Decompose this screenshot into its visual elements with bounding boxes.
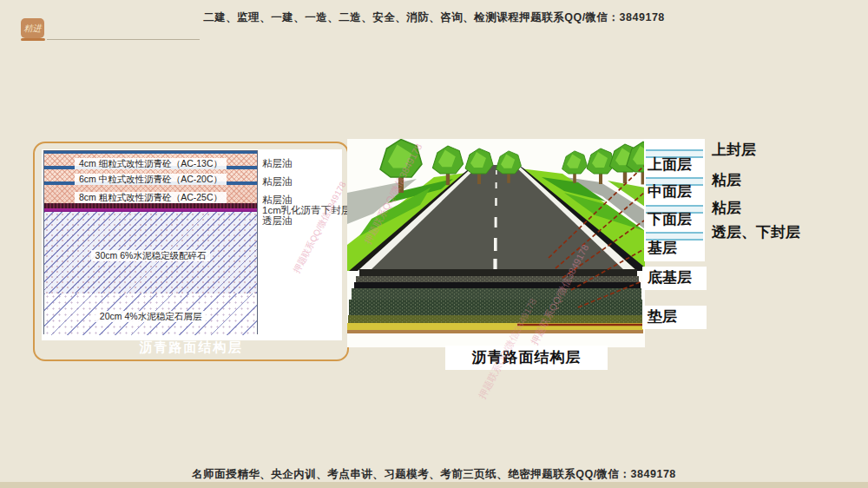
layer-label-ac13: 4cm 细粒式改性沥青砼（AC-13C） [44, 155, 257, 170]
annotation-lower-seal: 1cm乳化沥青下封层 [262, 205, 351, 215]
label-seal-top: 上封层 [712, 142, 756, 158]
annotation-tack-oil-1: 粘层油 [262, 158, 293, 168]
label-surface-bottom: 下面层 [648, 212, 692, 228]
label-surface-mid: 中面层 [648, 184, 692, 200]
annotation-tack-oil-2: 粘层油 [262, 176, 293, 187]
top-banner-text: 二建、监理、一建、一造、二造、安全、消防、咨询、检测课程押题联系QQ/微信：38… [0, 10, 868, 25]
layer-label-gravel: 30cm 6%水泥稳定级配碎石 [44, 247, 257, 262]
badge-underline [21, 38, 45, 41]
brand-badge: 精进 [21, 18, 44, 38]
label-box-subbase: 底基层 [642, 267, 707, 290]
label-tack2: 粘层 [712, 201, 741, 216]
label-cushion: 垫层 [648, 309, 707, 325]
layer-label-ac20: 6cm 中粒式改性沥青砼（AC-20C） [44, 170, 257, 186]
layer-label-chips: 20cm 4%水泥稳定石屑层 [44, 307, 257, 323]
road-figure-caption: 沥青路面结构层 [445, 346, 608, 370]
layer-stack: 4cm 细粒式改性沥青砼（AC-13C） 6cm 中粒式改性沥青砼（AC-20C… [43, 150, 258, 334]
diagram-caption: 沥青路面结构层 [35, 340, 347, 356]
layer-label-ac25: 8cm 粗粒式改性沥青砼（AC-25C） [44, 188, 257, 204]
label-subbase: 底基层 [648, 270, 707, 286]
annotation-prime-oil: 透层油 [262, 215, 293, 226]
road-illustration: 押题联系QQ/微信3849178 押题联系QQ/微信3849178 [347, 139, 645, 347]
header-rule [47, 39, 200, 40]
label-box-cushion: 垫层 [642, 306, 707, 329]
label-surface-top: 上面层 [648, 157, 692, 173]
slide: { "header": { "banner": "二建、监理、一建、一造、二造、… [0, 0, 868, 488]
bottom-strip [0, 482, 868, 488]
pavement-layer-diagram: 4cm 细粒式改性沥青砼（AC-13C） 6cm 中粒式改性沥青砼（AC-20C… [33, 142, 349, 361]
annotation-tack-oil-3: 粘层油 [262, 195, 293, 205]
label-tack1: 粘层 [712, 173, 741, 188]
label-base: 基层 [648, 241, 677, 256]
bottom-banner-text: 名师面授精华、央企内训、考点串讲、习题模考、考前三页纸、绝密押题联系QQ/微信：… [0, 467, 868, 482]
label-prime-seal: 透层、下封层 [712, 225, 800, 241]
